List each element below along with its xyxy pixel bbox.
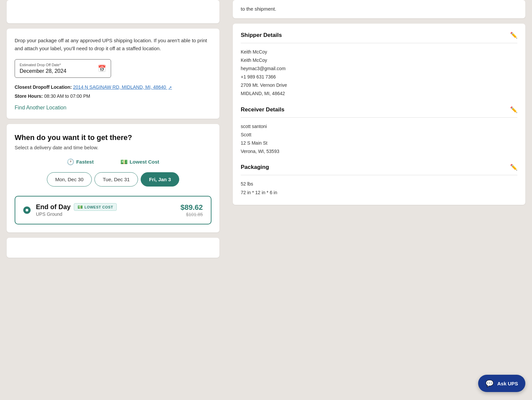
date-input-value: December 28, 2024 — [20, 68, 66, 74]
date-pill-1[interactable]: Tue, Dec 31 — [94, 172, 138, 187]
shipper-address2: MIDLAND, MI, 48642 — [241, 89, 517, 98]
date-input-label: Estimated Drop Off Date* — [20, 63, 66, 67]
ask-ups-label: Ask UPS — [497, 381, 518, 386]
receiver-name1: scott santoni — [241, 122, 517, 131]
speed-options: 🕐 Fastest 💵 Lowest Cost — [15, 158, 211, 166]
lowest-cost-badge: 💵 LOWEST COST — [74, 203, 117, 211]
calendar-icon: 📅 — [98, 65, 106, 72]
receiver-address2: Verona, WI, 53593 — [241, 147, 517, 156]
shipper-section-header: Shipper Details ✏️ — [241, 32, 517, 43]
top-partial-card — [7, 0, 219, 23]
service-name-row: End of Day 💵 LOWEST COST — [36, 203, 117, 211]
receiver-edit-icon[interactable]: ✏️ — [510, 106, 517, 113]
store-hours: Store Hours: 08:30 AM to 07:00 PM — [15, 93, 211, 99]
ask-ups-button[interactable]: 💬 Ask UPS — [478, 375, 525, 392]
service-name-text: End of Day — [36, 203, 70, 211]
packaging-section: Packaging ✏️ 52 lbs 72 in * 12 in * 6 in — [241, 164, 517, 197]
shipper-name1: Keith McCoy — [241, 48, 517, 56]
packaging-section-header: Packaging ✏️ — [241, 164, 517, 175]
shipper-section: Shipper Details ✏️ Keith McCoy Keith McC… — [241, 32, 517, 98]
dropoff-card: Drop your package off at any approved UP… — [7, 29, 219, 119]
receiver-section-title: Receiver Details — [241, 106, 284, 113]
date-pill-0[interactable]: Mon, Dec 30 — [47, 172, 92, 187]
radio-circle — [23, 206, 31, 214]
shipper-email: heymac3@gmail.com — [241, 65, 517, 73]
fastest-label: Fastest — [76, 159, 94, 165]
shipper-edit-icon[interactable]: ✏️ — [510, 32, 517, 39]
badge-label: LOWEST COST — [84, 205, 113, 209]
service-option-card[interactable]: End of Day 💵 LOWEST COST UPS Ground $89.… — [15, 196, 211, 224]
closest-location-link[interactable]: 2014 N SAGINAW RD, MIDLAND, MI, 48640 ↗ — [73, 84, 172, 90]
receiver-address1: 12 S Main St — [241, 139, 517, 147]
dropoff-description: Drop your package off at any approved UP… — [15, 37, 211, 53]
closest-location-label: Closest Dropoff Location: 2014 N SAGINAW… — [15, 84, 211, 90]
lowest-cost-icon: 💵 — [120, 158, 128, 166]
receiver-name2: Scott — [241, 131, 517, 139]
right-top-partial-card: to the shipment. — [233, 0, 525, 18]
external-link-icon: ↗ — [168, 85, 172, 90]
receiver-section-header: Receiver Details ✏️ — [241, 106, 517, 118]
right-top-partial-text: to the shipment. — [241, 5, 517, 13]
store-hours-value: 08:30 AM to 07:00 PM — [44, 93, 90, 99]
lowest-cost-option[interactable]: 💵 Lowest Cost — [120, 158, 159, 166]
fastest-option[interactable]: 🕐 Fastest — [67, 158, 94, 166]
date-input-wrapper[interactable]: Estimated Drop Off Date* December 28, 20… — [15, 59, 111, 78]
right-panel: to the shipment. Shipper Details ✏️ Keit… — [226, 0, 532, 400]
date-pills: Mon, Dec 30 Tue, Dec 31 Fri, Jan 3 — [15, 172, 211, 187]
find-another-location-link[interactable]: Find Another Location — [15, 105, 66, 110]
original-price: $101.85 — [181, 212, 203, 217]
closest-location-strong: Closest Dropoff Location: — [15, 84, 72, 90]
packaging-dimensions: 72 in * 12 in * 6 in — [241, 189, 517, 197]
chat-icon: 💬 — [485, 379, 494, 387]
shipper-name2: Keith McCoy — [241, 56, 517, 65]
left-panel: Drop your package off at any approved UP… — [0, 0, 226, 400]
service-details: End of Day 💵 LOWEST COST UPS Ground — [36, 203, 117, 217]
fastest-icon: 🕐 — [67, 158, 74, 166]
receiver-section: Receiver Details ✏️ scott santoni Scott … — [241, 106, 517, 156]
packaging-weight: 52 lbs — [241, 180, 517, 188]
bottom-partial-card — [7, 238, 219, 258]
packaging-edit-icon[interactable]: ✏️ — [510, 164, 517, 171]
lowest-cost-label: Lowest Cost — [130, 159, 159, 165]
packaging-section-title: Packaging — [241, 164, 269, 171]
store-hours-label: Store Hours: — [15, 93, 43, 99]
details-card: Shipper Details ✏️ Keith McCoy Keith McC… — [233, 24, 525, 205]
delivery-card: When do you want it to get there? Select… — [7, 124, 219, 232]
service-type: UPS Ground — [36, 211, 117, 217]
shipper-phone: +1 989 631 7366 — [241, 73, 517, 81]
badge-icon: 💵 — [77, 204, 83, 209]
delivery-title: When do you want it to get there? — [15, 133, 211, 142]
date-pill-2[interactable]: Fri, Jan 3 — [141, 172, 179, 187]
radio-circle-inner — [26, 209, 28, 211]
current-price: $89.62 — [181, 203, 203, 212]
price-area: $89.62 $101.85 — [181, 203, 203, 217]
delivery-subtitle: Select a delivery date and time below. — [15, 145, 211, 150]
shipper-address1: 2709 Mt. Vernon Drive — [241, 81, 517, 89]
shipper-section-title: Shipper Details — [241, 32, 282, 39]
